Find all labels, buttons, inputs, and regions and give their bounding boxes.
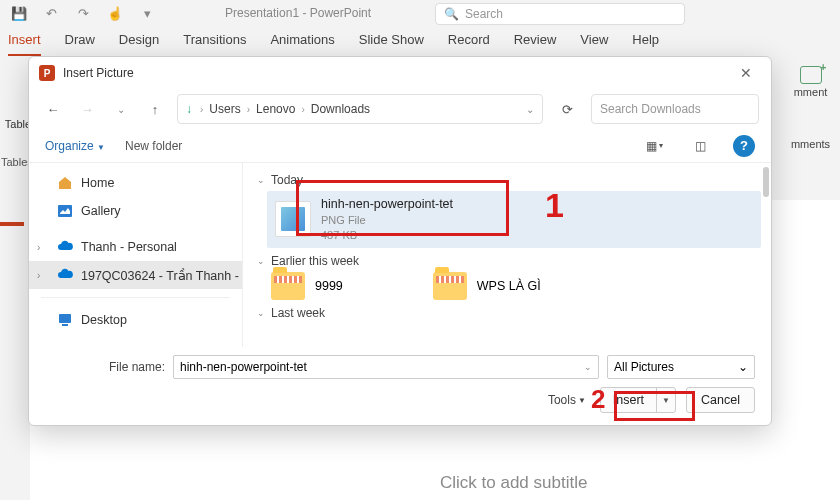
sidebar-item-desktop[interactable]: Desktop bbox=[29, 306, 242, 334]
search-input[interactable]: Search Downloads bbox=[591, 94, 759, 124]
sidebar-label: Thanh - Personal bbox=[81, 240, 177, 254]
close-button[interactable]: ✕ bbox=[731, 65, 761, 81]
back-button[interactable]: ← bbox=[41, 97, 65, 121]
tab-slideshow[interactable]: Slide Show bbox=[359, 32, 424, 56]
help-button[interactable]: ? bbox=[733, 135, 755, 157]
view-mode-button[interactable]: ▦▾ bbox=[641, 134, 667, 158]
gallery-icon bbox=[57, 203, 73, 219]
sidebar-item-home[interactable]: Home bbox=[29, 169, 242, 197]
insert-button-label: Insert bbox=[601, 388, 657, 412]
downloads-icon: ↓ bbox=[186, 102, 192, 116]
tab-review[interactable]: Review bbox=[514, 32, 557, 56]
comments-label: mments bbox=[783, 138, 838, 150]
chevron-right-icon: › bbox=[247, 104, 250, 115]
forward-button[interactable]: → bbox=[75, 97, 99, 121]
file-list: ⌄Today hinh-nen-powerpoint-tet PNG File … bbox=[243, 163, 771, 347]
recent-dropdown[interactable]: ⌄ bbox=[109, 97, 133, 121]
app-search[interactable]: 🔍 Search bbox=[435, 3, 685, 25]
tab-help[interactable]: Help bbox=[632, 32, 659, 56]
breadcrumb[interactable]: ↓ › Users › Lenovo › Downloads ⌄ bbox=[177, 94, 543, 124]
scrollbar[interactable] bbox=[763, 167, 769, 197]
group-lastweek[interactable]: ⌄Last week bbox=[257, 306, 761, 320]
chevron-down-icon: ⌄ bbox=[257, 256, 265, 266]
tab-transitions[interactable]: Transitions bbox=[183, 32, 246, 56]
dialog-titlebar: P Insert Picture ✕ bbox=[29, 57, 771, 89]
breadcrumb-downloads[interactable]: Downloads bbox=[311, 102, 370, 116]
tools-button[interactable]: Tools▼ bbox=[548, 393, 586, 407]
filetype-filter[interactable]: All Pictures ⌄ bbox=[607, 355, 755, 379]
breadcrumb-expand-icon[interactable]: ⌄ bbox=[526, 104, 534, 115]
folder-name: 9999 bbox=[315, 279, 343, 293]
sidebar-item-onedrive-work[interactable]: › 197QC03624 - Trần Thanh - VLC bbox=[29, 261, 242, 289]
dialog-nav: ← → ⌄ ↑ ↓ › Users › Lenovo › Downloads ⌄… bbox=[29, 89, 771, 129]
insert-dropdown-icon[interactable]: ▼ bbox=[657, 396, 675, 405]
filename-input[interactable]: hinh-nen-powerpoint-tet ⌄ bbox=[173, 355, 599, 379]
search-placeholder: Search bbox=[465, 7, 503, 21]
file-size: 487 KB bbox=[321, 228, 453, 243]
chevron-right-icon[interactable]: › bbox=[37, 270, 40, 281]
sidebar-label: 197QC03624 - Trần Thanh - VLC bbox=[81, 268, 243, 283]
search-icon: 🔍 bbox=[444, 7, 459, 21]
folder-name: WPS LÀ GÌ bbox=[477, 279, 541, 293]
redo-icon[interactable]: ↷ bbox=[74, 4, 92, 22]
folder-icon bbox=[271, 272, 305, 300]
chevron-right-icon[interactable]: › bbox=[37, 242, 40, 253]
chevron-down-icon: ⌄ bbox=[257, 308, 265, 318]
insert-button[interactable]: Insert ▼ bbox=[600, 387, 676, 413]
folder-item[interactable]: WPS LÀ GÌ bbox=[433, 272, 541, 300]
organize-button[interactable]: Organize ▼ bbox=[45, 139, 105, 153]
save-icon[interactable]: 💾 bbox=[10, 4, 28, 22]
cancel-button[interactable]: Cancel bbox=[686, 387, 755, 413]
chevron-right-icon: › bbox=[301, 104, 304, 115]
file-thumbnail bbox=[275, 201, 311, 237]
up-button[interactable]: ↑ bbox=[143, 97, 167, 121]
sidebar-label: Desktop bbox=[81, 313, 127, 327]
powerpoint-icon: P bbox=[39, 65, 55, 81]
dialog-title: Insert Picture bbox=[63, 66, 134, 80]
sidebar-label: Gallery bbox=[81, 204, 121, 218]
comment-label: mment bbox=[783, 86, 838, 98]
file-item-selected[interactable]: hinh-nen-powerpoint-tet PNG File 487 KB bbox=[267, 191, 761, 248]
subtitle-placeholder[interactable]: Click to add subtitle bbox=[440, 473, 587, 493]
svg-rect-2 bbox=[62, 324, 68, 326]
folder-item[interactable]: 9999 bbox=[271, 272, 343, 300]
folder-icon bbox=[433, 272, 467, 300]
sidebar: Home Gallery › Thanh - Personal › 197QC0… bbox=[29, 163, 243, 347]
tab-draw[interactable]: Draw bbox=[65, 32, 95, 56]
preview-pane-button[interactable]: ◫ bbox=[687, 134, 713, 158]
tab-view[interactable]: View bbox=[580, 32, 608, 56]
cloud-icon bbox=[57, 267, 73, 283]
touch-mode-icon[interactable]: ☝ bbox=[106, 4, 124, 22]
tab-design[interactable]: Design bbox=[119, 32, 159, 56]
tab-animations[interactable]: Animations bbox=[270, 32, 334, 56]
group-earlier[interactable]: ⌄Earlier this week bbox=[257, 254, 761, 268]
app-title: Presentation1 - PowerPoint bbox=[225, 6, 371, 20]
search-placeholder-text: Search Downloads bbox=[600, 102, 701, 116]
sidebar-item-onedrive-personal[interactable]: › Thanh - Personal bbox=[29, 233, 242, 261]
sidebar-item-gallery[interactable]: Gallery bbox=[29, 197, 242, 225]
insert-picture-dialog: P Insert Picture ✕ ← → ⌄ ↑ ↓ › Users › L… bbox=[28, 56, 772, 426]
ribbon-comment-group: mment mments bbox=[783, 66, 838, 150]
tab-record[interactable]: Record bbox=[448, 32, 490, 56]
desktop-icon bbox=[57, 312, 73, 328]
cloud-icon bbox=[57, 239, 73, 255]
filter-label: All Pictures bbox=[614, 360, 674, 374]
new-folder-button[interactable]: New folder bbox=[125, 139, 182, 153]
sidebar-label: Home bbox=[81, 176, 114, 190]
breadcrumb-lenovo[interactable]: Lenovo bbox=[256, 102, 295, 116]
refresh-button[interactable]: ⟳ bbox=[553, 94, 581, 124]
annotation-number-1: 1 bbox=[545, 186, 564, 225]
new-comment-icon[interactable] bbox=[800, 66, 822, 84]
tab-insert[interactable]: Insert bbox=[8, 32, 41, 56]
dialog-footer: File name: hinh-nen-powerpoint-tet ⌄ All… bbox=[29, 347, 771, 425]
qat-dropdown-icon[interactable]: ▾ bbox=[138, 4, 156, 22]
dropdown-icon[interactable]: ⌄ bbox=[584, 362, 592, 372]
dropdown-icon: ⌄ bbox=[738, 360, 748, 374]
group-today[interactable]: ⌄Today bbox=[257, 173, 761, 187]
home-icon bbox=[57, 175, 73, 191]
slide-thumbnail-indicator bbox=[0, 222, 24, 226]
undo-icon[interactable]: ↶ bbox=[42, 4, 60, 22]
filename-label: File name: bbox=[45, 360, 165, 374]
chevron-down-icon: ⌄ bbox=[257, 175, 265, 185]
breadcrumb-users[interactable]: Users bbox=[209, 102, 240, 116]
